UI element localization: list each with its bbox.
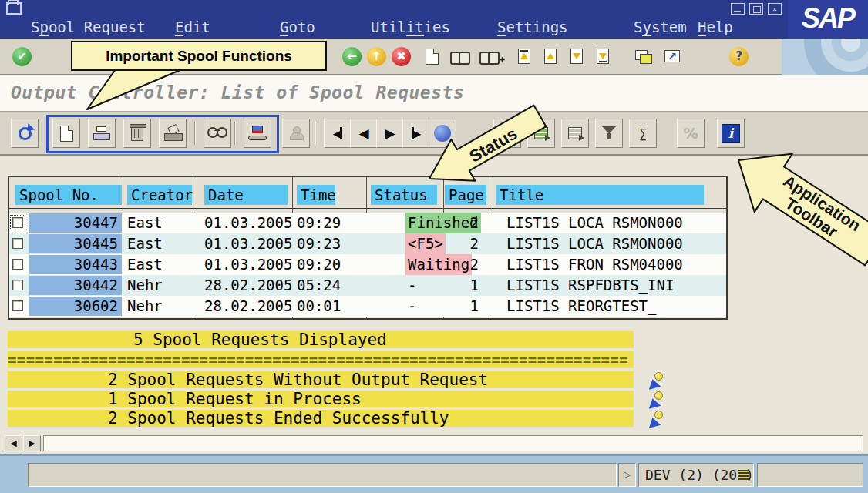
cell-title: LIST1S RSPFDBTS_INI: [506, 275, 727, 296]
message-without-output: 2 Spool Requests Without Output Request: [8, 371, 634, 388]
sum-button[interactable]: ∑: [629, 119, 657, 148]
previous-entry-button[interactable]: ◀: [350, 119, 378, 148]
green-list-icon: [534, 127, 548, 139]
cell-creator: East: [127, 213, 195, 233]
scroll-right-button[interactable]: ▶: [23, 435, 41, 451]
status-empty-panel: [757, 463, 863, 487]
message-ended-successfully: 2 Spool Requests Ended Successfully: [8, 410, 634, 427]
refresh-button[interactable]: [11, 119, 39, 148]
cancel-icon[interactable]: ✖: [392, 47, 411, 66]
back-icon[interactable]: ←: [342, 47, 362, 66]
window-titlebar: ✕: [0, 0, 868, 17]
col-header-status[interactable]: Status: [371, 185, 437, 205]
row-select-checkbox[interactable]: [12, 280, 23, 290]
cell-title: LIST1S FRON RSM04000: [506, 254, 727, 275]
minimize-button[interactable]: [731, 3, 745, 15]
table-header: Spool No. Creator Date Time Status Page …: [9, 177, 726, 210]
status-bar: ▷ DEV (2) (200): [0, 454, 868, 493]
settings-button[interactable]: %: [677, 119, 705, 148]
table-row[interactable]: 30447East01.03.200509:29Finished2LIST1S …: [9, 213, 726, 233]
table-rows: 30447East01.03.200509:29Finished2LIST1S …: [9, 213, 726, 317]
exit-icon[interactable]: ↑: [367, 47, 386, 66]
jump-icon[interactable]: [648, 372, 664, 389]
table-row[interactable]: 30442Nehr28.02.200505:24-1LIST1S RSPFDBT…: [9, 275, 726, 296]
menu-settings[interactable]: Settings: [497, 18, 568, 35]
find-next-icon[interactable]: +: [479, 52, 500, 62]
filter-button[interactable]: [595, 119, 623, 148]
next-page-icon[interactable]: [570, 49, 583, 64]
cell-page: 1: [445, 296, 483, 317]
print-directly-button[interactable]: [52, 119, 80, 148]
next-entry-button[interactable]: ▶: [376, 119, 404, 148]
menu-system[interactable]: System: [634, 18, 687, 35]
screen-title: Output Controller: List of Spool Request…: [11, 82, 464, 102]
col-header-page[interactable]: Page: [445, 185, 486, 205]
cell-creator: East: [127, 233, 195, 254]
first-entry-button[interactable]: ◀: [324, 119, 352, 148]
svg-text:Toolbar: Toolbar: [782, 194, 841, 240]
status-expand-button[interactable]: ▷: [618, 463, 636, 487]
help-icon[interactable]: ?: [729, 47, 749, 66]
col-header-time[interactable]: Time: [297, 185, 335, 205]
cell-creator: Nehr: [127, 296, 195, 317]
sort-descending-button[interactable]: [493, 119, 521, 148]
display-requests-button[interactable]: [561, 119, 589, 148]
menu-edit[interactable]: Edit: [175, 18, 210, 35]
spool-request-table: Spool No. Creator Date Time Status Page …: [8, 176, 728, 320]
menu-goto[interactable]: Goto: [280, 18, 315, 35]
cell-spool-no: 30443: [29, 255, 122, 274]
menu-help[interactable]: Help: [698, 18, 733, 35]
close-button[interactable]: ✕: [768, 3, 782, 15]
row-select-checkbox[interactable]: [12, 238, 23, 249]
find-icon[interactable]: [450, 52, 470, 62]
menu-utilities[interactable]: Utilities: [371, 18, 450, 35]
last-entry-button[interactable]: ▶: [402, 119, 430, 148]
print-icon[interactable]: [426, 49, 439, 65]
cell-time: 09:29: [297, 213, 366, 233]
system-session-panel[interactable]: DEV (2) (200): [638, 463, 754, 487]
sap-logo: SAP: [788, 0, 868, 39]
print-with-changed-params-button[interactable]: [88, 119, 116, 148]
row-select-checkbox[interactable]: [12, 217, 23, 228]
create-shortcut-icon[interactable]: ↗: [664, 50, 680, 62]
jump-icon[interactable]: [648, 411, 664, 428]
info-button[interactable]: i: [717, 119, 745, 148]
display-contents-button[interactable]: [204, 119, 231, 148]
cell-time: 00:01: [297, 296, 366, 317]
row-select-checkbox[interactable]: [12, 259, 23, 270]
select-all-button[interactable]: [429, 119, 456, 148]
cell-time: 09:20: [297, 254, 366, 275]
cell-status: Waiting: [369, 254, 442, 275]
output-device-button[interactable]: [244, 119, 271, 148]
delete-button[interactable]: [123, 119, 151, 148]
display-list-button[interactable]: [527, 119, 555, 148]
cell-spool-no: 30445: [29, 234, 122, 253]
scroll-left-button[interactable]: ◀: [5, 435, 22, 451]
output-request-button[interactable]: [159, 119, 187, 148]
table-row[interactable]: 30602Nehr28.02.200500:01-1LIST1S REORGTE…: [9, 296, 726, 317]
session-list-icon: [738, 470, 749, 480]
window-controls: ✕: [731, 3, 782, 15]
previous-page-icon[interactable]: [544, 49, 557, 64]
authorization-button[interactable]: [282, 119, 310, 148]
window-menu-icon[interactable]: [6, 2, 22, 15]
horizontal-scrollbar-track[interactable]: [43, 435, 863, 451]
glasses-icon: [207, 129, 227, 138]
col-header-date[interactable]: Date: [204, 185, 288, 205]
enter-icon[interactable]: ✔: [12, 47, 32, 66]
col-header-creator[interactable]: Creator: [127, 185, 192, 205]
jump-icon[interactable]: [648, 391, 664, 408]
col-header-spool-no[interactable]: Spool No.: [15, 185, 122, 205]
restore-button[interactable]: [749, 3, 763, 15]
table-row[interactable]: 30445East01.03.200509:23<F5>2LIST1S LOCA…: [9, 233, 726, 254]
table-row[interactable]: 30443East01.03.200509:20Waiting2LIST1S F…: [9, 254, 726, 275]
col-header-title[interactable]: Title: [496, 185, 704, 205]
last-page-icon[interactable]: [597, 49, 609, 64]
new-session-icon[interactable]: [635, 50, 652, 64]
first-page-icon[interactable]: [518, 49, 530, 64]
cell-creator: East: [127, 254, 195, 275]
cell-date: 28.02.2005: [204, 296, 301, 317]
row-select-checkbox[interactable]: [12, 300, 23, 311]
message-in-process: 1 Spool Request in Process: [8, 391, 634, 407]
menu-spool-request[interactable]: Spool Request: [31, 18, 146, 35]
